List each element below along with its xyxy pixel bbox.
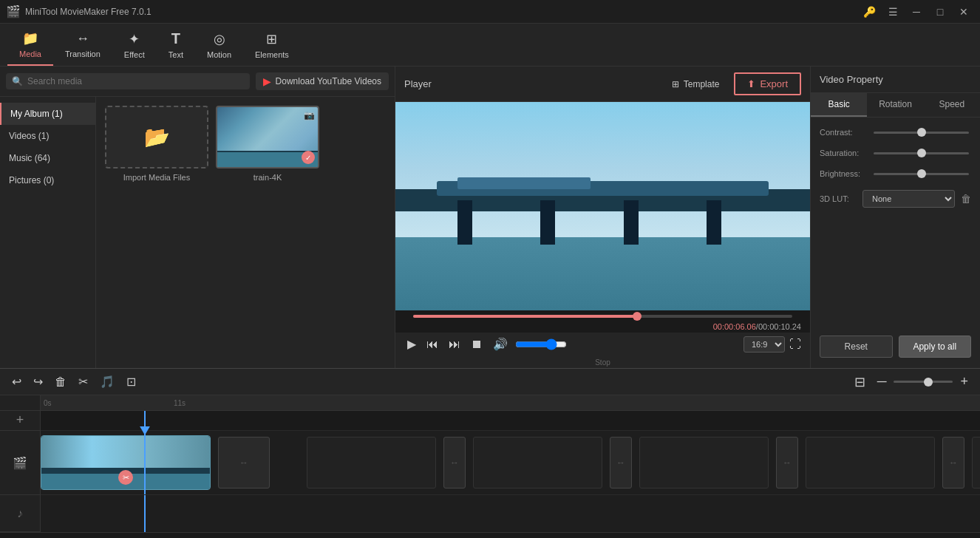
video-property-title: Video Property [820,74,883,85]
minimize-button[interactable]: ─ [906,3,927,21]
train-4k-label: train-4K [253,173,282,182]
media-content: My Album (1) Videos (1) Music (64) Pictu… [0,97,395,368]
tab-rotation[interactable]: Rotation [867,93,923,117]
settings-button[interactable]: 🔑 [859,3,879,21]
media-grid: 📂 Import Media Files 📷 ✓ train-4K [96,97,395,368]
saturation-slider[interactable] [874,152,969,154]
sidebar-item-pictures[interactable]: Pictures (0) [0,169,95,191]
brightness-label: Brightness: [820,169,868,178]
search-icon: 🔍 [12,76,23,86]
reset-button[interactable]: Reset [820,336,893,358]
next-frame-button[interactable]: ⏭ [446,336,463,353]
media-icon: 📁 [22,30,38,47]
maximize-button[interactable]: □ [930,3,950,21]
youtube-label: Download YouTube Videos [276,76,381,86]
progress-fill [413,315,637,318]
import-media-item[interactable]: 📂 Import Media Files [105,106,208,182]
time-display: 00:00:06.06 / 00:00:10.24 [395,321,810,333]
stop-button[interactable]: ⏹ [468,336,486,353]
progress-bar[interactable] [413,315,792,318]
import-media-thumb: 📂 [105,106,208,168]
toolbar-item-transition[interactable]: ↔ Transition [53,24,112,66]
lut-delete-button[interactable]: 🗑 [961,193,971,205]
contrast-slider[interactable] [874,132,969,134]
video-track-icon: 🎬 [0,431,40,496]
main-toolbar: 📁 Media ↔ Transition ✦ Effect T Text ◎ M… [0,24,980,67]
property-tabs: Basic Rotation Speed [811,93,980,118]
video-track-row: ✂ ↔ ↔ ↔ ↔ ↔ [41,431,980,496]
toolbar-item-effect[interactable]: ✦ Effect [112,24,157,66]
audio-detach-button[interactable]: 🎵 [95,372,119,392]
add-track-row [41,411,980,431]
export-button[interactable]: ⬆ Export [734,72,801,95]
lut-row: 3D LUT: None 🗑 [820,190,971,208]
search-box[interactable]: 🔍 [6,73,250,89]
prev-frame-button[interactable]: ⏮ [423,336,441,353]
redo-button[interactable]: ↪ [29,372,47,392]
sidebar-item-videos[interactable]: Videos (1) [0,125,95,147]
youtube-download-button[interactable]: ▶ Download YouTube Videos [256,72,389,90]
template-label: Template [684,79,720,89]
progress-thumb[interactable] [633,312,642,321]
play-button[interactable]: ▶ [404,336,419,353]
toolbar-item-text[interactable]: T Text [157,24,195,66]
sidebar-item-music[interactable]: Music (64) [0,147,95,169]
transition-icon: ↔ [76,31,89,47]
aspect-ratio-select[interactable]: 16:9 9:16 1:1 4:3 [743,336,785,353]
zoom-slider[interactable] [894,381,953,383]
transition-slot-4[interactable]: ↔ [776,437,798,489]
lut-select[interactable]: None [862,190,955,208]
sidebar-item-my-album[interactable]: My Album (1) [0,103,95,125]
import-folder-icon: 📂 [144,125,170,149]
split-button[interactable]: ✂ [74,372,92,392]
titlebar: 🎬 MiniTool MovieMaker Free 7.0.1 🔑 ☰ ─ □… [0,0,980,24]
toolbar-item-media[interactable]: 📁 Media [7,24,53,66]
add-track-button[interactable]: + [0,411,40,431]
close-button[interactable]: ✕ [953,3,974,21]
transition-slot-1[interactable]: ↔ [218,437,270,489]
menu-button[interactable]: ☰ [882,3,903,21]
export-icon: ⬆ [747,78,755,89]
ruler-spacer [0,395,40,411]
youtube-icon: ▶ [263,75,271,87]
volume-button[interactable]: 🔊 [490,336,511,353]
transition-slot-5[interactable]: ↔ [942,437,964,489]
progress-bar-container[interactable] [395,310,810,321]
ruler-mark-0s: 0s [44,399,52,407]
tab-speed[interactable]: Speed [924,93,980,117]
video-camera-icon: 📷 [304,110,315,120]
clip-preview: ✂ [41,436,210,490]
playhead-head [140,426,150,435]
empty-slot-5 [972,437,980,489]
player-header-right: ⊞ Template ⬆ Export [663,72,801,95]
zoom-in-button[interactable]: + [956,372,973,391]
transition-slot-2[interactable]: ↔ [443,437,466,489]
delete-button[interactable]: 🗑 [50,372,71,392]
train-4k-thumb: 📷 ✓ [216,106,319,168]
toolbar-item-elements[interactable]: ⊞ Elements [243,24,301,66]
media-sidebar: My Album (1) Videos (1) Music (64) Pictu… [0,97,96,368]
apply-all-button[interactable]: Apply to all [899,336,972,358]
toolbar-item-motion[interactable]: ◎ Motion [195,24,243,66]
lut-label: 3D LUT: [820,194,857,203]
contrast-value: 0.0 [975,128,980,137]
zoom-split-button[interactable]: ⊟ [850,372,870,392]
volume-slider[interactable] [515,338,567,350]
toolbar-label-text: Text [169,50,183,59]
brightness-slider[interactable] [874,173,969,175]
timeline-scrollbar[interactable] [0,532,980,538]
transition-slot-3[interactable]: ↔ [610,437,632,489]
tab-basic[interactable]: Basic [811,93,867,117]
empty-slot-3 [639,437,769,489]
undo-button[interactable]: ↩ [7,372,26,392]
zoom-out-button[interactable]: ─ [873,372,891,391]
fullscreen-button[interactable]: ⛶ [789,338,801,351]
template-button[interactable]: ⊞ Template [663,76,729,92]
search-input[interactable] [27,76,244,86]
train-4k-item[interactable]: 📷 ✓ train-4K [216,106,319,182]
toolbar-label-elements: Elements [255,50,289,59]
player-area: Player ⊞ Template ⬆ Export [395,67,810,368]
video-clip[interactable]: ✂ [41,435,211,491]
stop-label: Stop [395,358,810,368]
crop-button[interactable]: ⊡ [122,372,140,392]
